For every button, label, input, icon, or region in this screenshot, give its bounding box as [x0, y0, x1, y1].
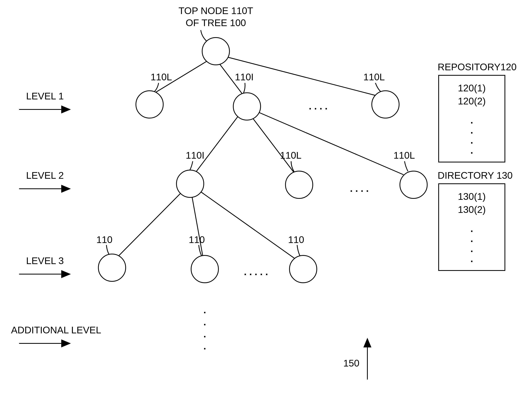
title-line2: OF TREE 100 — [186, 17, 246, 28]
edge-l1b-to-l2c — [259, 113, 404, 175]
level1-label: LEVEL 1 — [26, 91, 64, 101]
label-l1c: 110L — [363, 72, 385, 82]
arrow-150-label: 150 — [343, 358, 359, 368]
repository-item1: 120(1) — [458, 83, 486, 93]
leader-l1b — [244, 83, 245, 93]
label-l3b: 110 — [189, 234, 205, 245]
edge-l2a-to-l3c — [201, 192, 296, 259]
label-l2c: 110L — [394, 150, 415, 161]
ellipsis-l2: . . . . — [350, 183, 369, 194]
repository-item2: 120(2) — [458, 96, 486, 106]
leader-l1a — [155, 83, 159, 91]
repo-dot2: . — [470, 125, 473, 136]
leader-l3c — [297, 245, 300, 256]
repo-dot3: . — [470, 135, 473, 146]
node-l3-a — [98, 254, 126, 281]
leader-l2c — [405, 161, 408, 171]
repo-dot4: . — [470, 145, 473, 156]
repo-dot1: . — [470, 115, 473, 126]
level2-label: LEVEL 2 — [26, 170, 64, 181]
label-l1a: 110L — [151, 72, 172, 82]
ellipsis-l1: . . . . — [309, 101, 327, 112]
edge-l1b-to-l2b — [253, 118, 294, 173]
title-leader — [201, 30, 208, 42]
leader-l3a — [106, 245, 109, 255]
label-l3a: 110 — [96, 234, 112, 245]
label-l2a: 110I — [186, 150, 204, 161]
node-l2-c — [400, 171, 427, 198]
dir-dot1: . — [470, 223, 473, 234]
repository-title: REPOSITORY120 — [438, 62, 517, 72]
vdots-4: . — [203, 341, 206, 351]
edge-l1b-to-l2a — [196, 117, 238, 172]
dir-dot4: . — [470, 253, 473, 264]
dir-dot3: . — [470, 243, 473, 254]
label-l3c: 110 — [288, 234, 304, 245]
directory-item2: 130(2) — [458, 204, 486, 215]
additional-level-label: ADDITIONAL LEVEL — [11, 325, 101, 335]
dir-dot2: . — [470, 233, 473, 244]
ellipsis-l3: . . . . . — [244, 266, 268, 277]
level3-label: LEVEL 3 — [26, 255, 64, 266]
diagram-canvas: TOP NODE 110T OF TREE 100 110L 110I 110L… — [0, 0, 532, 393]
vdots-2: . — [203, 317, 206, 327]
node-top — [202, 38, 229, 65]
vdots-1: . — [203, 305, 206, 315]
node-l1-c — [372, 91, 399, 118]
node-l1-a — [136, 91, 163, 118]
vdots-3: . — [203, 329, 206, 339]
node-l3-b — [191, 255, 218, 283]
node-l1-b — [233, 93, 261, 120]
title-line1: TOP NODE 110T — [178, 5, 253, 16]
leader-l1c — [376, 83, 381, 91]
label-l1b: 110I — [235, 72, 254, 82]
directory-item1: 130(1) — [458, 191, 486, 202]
label-l2b: 110L — [280, 150, 302, 161]
leader-l2a — [190, 161, 193, 170]
node-l2-b — [285, 171, 313, 198]
edge-l2a-to-l3a — [118, 193, 181, 256]
edge-l2a-to-l3b — [192, 197, 203, 256]
directory-title: DIRECTORY 130 — [438, 170, 513, 181]
node-l3-c — [289, 255, 317, 283]
